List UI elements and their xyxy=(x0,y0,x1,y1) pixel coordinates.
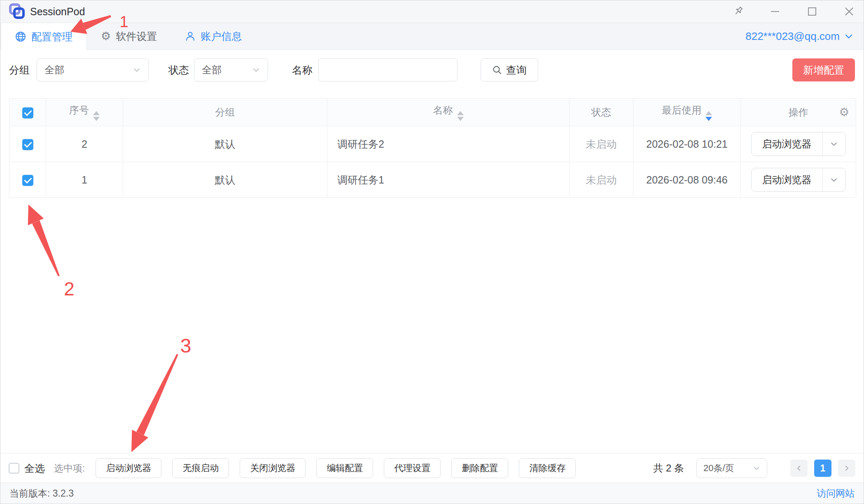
globe-icon xyxy=(15,31,26,42)
seq-cell: 1 xyxy=(46,162,123,198)
group-filter-label: 分组 xyxy=(9,58,30,81)
total-count-label: 共 2 条 xyxy=(653,462,684,475)
column-header-seq[interactable]: 序号 xyxy=(46,99,123,126)
sort-icon[interactable] xyxy=(457,111,464,121)
table-header-row: 序号 分组 名称 状态 最后使用 操作 ⚙ xyxy=(9,99,856,126)
sort-icon[interactable] xyxy=(93,111,100,121)
select-all-header-checkbox[interactable] xyxy=(9,99,46,126)
name-filter-label: 名称 xyxy=(292,58,313,81)
maximize-button[interactable] xyxy=(805,5,819,19)
close-button[interactable] xyxy=(842,5,856,19)
tab-label: 软件设置 xyxy=(116,30,157,43)
sort-icon-active-desc[interactable] xyxy=(705,111,712,121)
incognito-launch-button[interactable]: 无痕启动 xyxy=(172,458,229,478)
checkbox-checked-icon[interactable] xyxy=(22,175,33,186)
pagination: 共 2 条 20条/页 1 xyxy=(653,458,855,478)
column-label: 名称 xyxy=(433,105,453,116)
launch-browser-batch-button[interactable]: 启动浏览器 xyxy=(96,458,161,478)
actions-cell: 启动浏览器 xyxy=(741,126,856,162)
column-settings-gear-icon[interactable]: ⚙ xyxy=(839,107,849,118)
column-header-actions: 操作 ⚙ xyxy=(741,99,856,126)
account-email: 822***023@qq.com xyxy=(745,30,840,43)
chevron-down-icon xyxy=(133,66,141,74)
app-window: SessionPod xyxy=(0,0,864,504)
tab-label: 配置管理 xyxy=(31,30,72,44)
group-cell: 默认 xyxy=(123,162,327,198)
launch-browser-split-button[interactable]: 启动浏览器 xyxy=(751,168,846,192)
next-page-button[interactable] xyxy=(838,460,855,477)
prev-page-button[interactable] xyxy=(790,460,808,477)
tab-config-management[interactable]: 配置管理 xyxy=(0,23,87,50)
column-header-last-used[interactable]: 最后使用 xyxy=(633,99,741,126)
checkbox-checked-icon[interactable] xyxy=(22,107,33,118)
seq-cell: 2 xyxy=(46,126,123,162)
column-label: 序号 xyxy=(69,105,89,116)
status-cell: 未启动 xyxy=(570,162,633,198)
app-logo-icon xyxy=(8,3,26,20)
chevron-down-icon xyxy=(252,66,260,74)
name-cell: 调研任务1 xyxy=(327,162,570,198)
launch-browser-split-button[interactable]: 启动浏览器 xyxy=(751,132,846,156)
tab-strip: 配置管理 ⚙ 软件设置 账户信息 822***023@qq.com xyxy=(0,23,864,50)
checkbox-checked-icon[interactable] xyxy=(22,139,33,150)
app-title: SessionPod xyxy=(30,6,85,18)
select-all-checkbox[interactable] xyxy=(9,463,19,474)
group-cell: 默认 xyxy=(123,126,327,162)
action-dropdown-button[interactable] xyxy=(822,132,845,156)
selected-items-label: 选中项: xyxy=(54,462,85,475)
table-row: 1 默认 调研任务1 未启动 2026-02-08 09:46 启动浏览器 xyxy=(9,162,856,198)
visit-website-link[interactable]: 访问网站 xyxy=(817,487,855,500)
version-label: 当前版本: 3.2.3 xyxy=(9,487,74,500)
name-filter-input[interactable] xyxy=(318,58,458,81)
column-label: 状态 xyxy=(591,107,611,118)
column-label: 最后使用 xyxy=(662,105,701,116)
page-size-select[interactable]: 20条/页 xyxy=(696,458,767,478)
chevron-down-icon xyxy=(844,31,854,41)
select-all-label: 全选 xyxy=(24,462,45,475)
last-used-cell: 2026-02-08 10:21 xyxy=(633,126,741,162)
delete-config-button[interactable]: 删除配置 xyxy=(451,458,508,478)
table-row: 2 默认 调研任务2 未启动 2026-02-08 10:21 启动浏览器 xyxy=(9,126,856,162)
column-header-name[interactable]: 名称 xyxy=(327,99,570,126)
tab-account-info[interactable]: 账户信息 xyxy=(171,23,256,49)
search-button[interactable]: 查询 xyxy=(481,58,538,81)
column-header-group[interactable]: 分组 xyxy=(123,99,327,126)
minimize-button[interactable] xyxy=(768,5,782,19)
titlebar: SessionPod xyxy=(0,0,864,23)
edit-config-button[interactable]: 编辑配置 xyxy=(316,458,373,478)
column-label: 分组 xyxy=(215,107,235,118)
search-icon xyxy=(492,65,502,75)
clear-cache-button[interactable]: 清除缓存 xyxy=(519,458,576,478)
last-used-cell: 2026-02-08 09:46 xyxy=(633,162,741,198)
status-filter-select[interactable]: 全部 xyxy=(194,58,268,81)
launch-browser-button[interactable]: 启动浏览器 xyxy=(752,168,822,191)
actions-cell: 启动浏览器 xyxy=(741,162,856,198)
status-filter-label: 状态 xyxy=(168,58,189,81)
user-icon xyxy=(185,31,196,42)
tab-software-settings[interactable]: ⚙ 软件设置 xyxy=(87,23,171,49)
action-dropdown-button[interactable] xyxy=(822,168,845,191)
name-cell: 调研任务2 xyxy=(327,126,570,162)
row-checkbox-cell[interactable] xyxy=(9,126,46,162)
close-browser-button[interactable]: 关闭浏览器 xyxy=(240,458,306,478)
group-filter-value: 全部 xyxy=(44,63,64,77)
proxy-settings-button[interactable]: 代理设置 xyxy=(384,458,441,478)
gear-icon: ⚙ xyxy=(101,31,111,42)
page-number-button[interactable]: 1 xyxy=(814,460,831,477)
row-checkbox-cell[interactable] xyxy=(9,162,46,198)
pin-icon[interactable] xyxy=(731,5,745,19)
config-table: 序号 分组 名称 状态 最后使用 操作 ⚙ xyxy=(9,98,856,198)
batch-action-toolbar: 全选 选中项: 启动浏览器 无痕启动 关闭浏览器 编辑配置 代理设置 删除配置 … xyxy=(0,453,864,483)
window-controls xyxy=(708,5,856,19)
status-bar: 当前版本: 3.2.3 访问网站 xyxy=(0,483,864,504)
launch-browser-button[interactable]: 启动浏览器 xyxy=(752,132,822,156)
column-label: 操作 xyxy=(789,107,808,118)
group-filter-select[interactable]: 全部 xyxy=(37,58,149,81)
search-button-label: 查询 xyxy=(506,63,527,77)
page-size-value: 20条/页 xyxy=(703,462,734,474)
add-config-button[interactable]: 新增配置 xyxy=(792,58,855,81)
account-menu[interactable]: 822***023@qq.com xyxy=(745,23,864,49)
column-header-status[interactable]: 状态 xyxy=(570,99,633,126)
status-cell: 未启动 xyxy=(570,126,633,162)
tab-label: 账户信息 xyxy=(201,30,242,43)
